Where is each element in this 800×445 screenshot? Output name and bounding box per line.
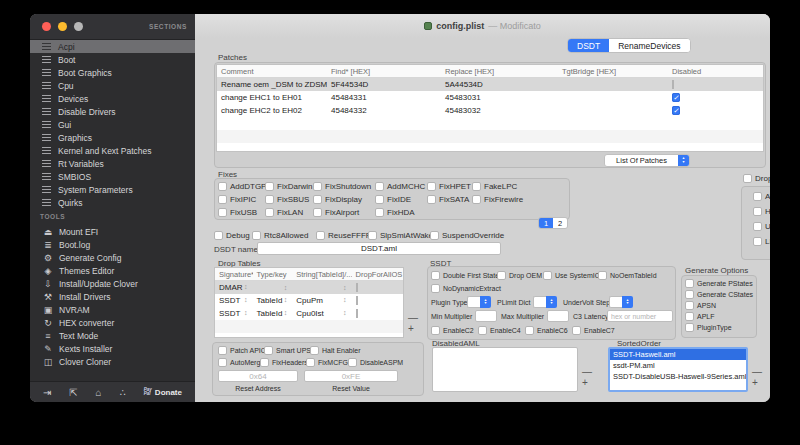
- fix-fixsbus-checkbox[interactable]: FixSBUS: [265, 195, 313, 204]
- disabled-checkbox[interactable]: [672, 80, 674, 89]
- dsdt-name-input[interactable]: [257, 242, 501, 255]
- add-drop-table-button[interactable]: +: [408, 325, 418, 333]
- halt-enabler-checkbox[interactable]: Halt Enabler: [310, 346, 360, 355]
- drop-hdmi-checkbox[interactable]: HDMI: [753, 207, 770, 216]
- nooemtableid-checkbox[interactable]: NoOemTableId: [598, 271, 658, 280]
- disabled-checkbox[interactable]: [672, 93, 680, 102]
- donate-button[interactable]: PayPal Donate: [144, 388, 182, 397]
- remove-sorted-order-button[interactable]: —: [752, 368, 762, 376]
- debug-checkbox[interactable]: Debug: [214, 231, 252, 240]
- sidebar-item-cpu[interactable]: Cpu: [30, 79, 195, 92]
- fix-fixipic-checkbox[interactable]: FixIPIC: [218, 195, 265, 204]
- tool-text-mode[interactable]: ≡Text Mode: [30, 329, 195, 342]
- drop-oem-checkbox[interactable]: Drop OEM: [497, 271, 543, 280]
- fix-fixdisplay-checkbox[interactable]: FixDisplay: [313, 195, 375, 204]
- fix-fixshutdown-checkbox[interactable]: FixShutdown: [313, 182, 375, 191]
- fix-fixide-checkbox[interactable]: FixIDE: [375, 195, 427, 204]
- fix-fixairport-checkbox[interactable]: FixAirport: [313, 208, 375, 217]
- reuseffff-checkbox[interactable]: ReuseFFFF: [316, 231, 368, 240]
- export-icon[interactable]: ⇱: [69, 387, 77, 398]
- drop-usb-checkbox[interactable]: USB: [753, 222, 770, 231]
- tool-mount-efi[interactable]: ⏏Mount EFI: [30, 225, 195, 238]
- undervolt-step-dropdown[interactable]: ▲▼: [609, 296, 633, 308]
- fix-fixhda-checkbox[interactable]: FixHDA: [375, 208, 427, 217]
- reset-address-input[interactable]: [218, 370, 298, 382]
- plugin-type-dropdown[interactable]: ▲▼: [467, 296, 491, 308]
- dropforallos-checkbox[interactable]: [356, 296, 358, 305]
- dropforallos-checkbox[interactable]: [356, 283, 358, 292]
- add-sorted-order-button[interactable]: +: [752, 379, 762, 387]
- tool-install-update-clover[interactable]: ⇩Install/Update Clover: [30, 277, 195, 290]
- fix-fixfirewire-checkbox[interactable]: FixFirewire: [472, 195, 532, 204]
- zoom-button[interactable]: [74, 22, 83, 31]
- tool-kexts-installer[interactable]: ✎Kexts Installer: [30, 342, 195, 355]
- fix-fakelpc-checkbox[interactable]: FakeLPC: [472, 182, 532, 191]
- sorted-order-item[interactable]: SSDT-Haswell.aml: [610, 349, 746, 360]
- automerge-checkbox[interactable]: AutoMerge: [218, 358, 260, 367]
- drop-table-row[interactable]: DMAR↕ ↕ ↕: [215, 281, 403, 294]
- tool-hex-converter[interactable]: ↻HEX converter: [30, 316, 195, 329]
- sidebar-item-boot-graphics[interactable]: Boot Graphics: [30, 66, 195, 79]
- plugintype-checkbox[interactable]: PluginType: [685, 323, 732, 332]
- patch-row[interactable]: change EHC2 to EH02 45484332 45483032: [217, 104, 763, 117]
- sidebar-item-kernel-kext-patches[interactable]: Kernel and Kext Patches: [30, 144, 195, 157]
- sidebar-item-acpi[interactable]: Acpi: [30, 40, 195, 53]
- fix-adddtgp-checkbox[interactable]: AddDTGP: [218, 182, 265, 191]
- sorted-order-item[interactable]: SSDT-DisableUSB-Haswell-9Series.aml: [610, 371, 746, 382]
- sidebar-item-boot[interactable]: Boot: [30, 53, 195, 66]
- fix-fixusb-checkbox[interactable]: FixUSB: [218, 208, 265, 217]
- c3-latency-input[interactable]: [607, 310, 673, 322]
- fix-fixlan-checkbox[interactable]: FixLAN: [265, 208, 313, 217]
- tool-install-drivers[interactable]: ⚒Install Drivers: [30, 290, 195, 303]
- suspendoverride-checkbox[interactable]: SuspendOverride: [430, 231, 510, 240]
- disableaspm-checkbox[interactable]: DisableASPM: [348, 358, 402, 367]
- rtc8allowed-checkbox[interactable]: Rtc8Allowed: [252, 231, 316, 240]
- enablec6-checkbox[interactable]: EnableC6: [525, 326, 572, 335]
- apsn-checkbox[interactable]: APSN: [685, 301, 716, 310]
- patch-apic-checkbox[interactable]: Patch APIC: [218, 346, 264, 355]
- minimize-button[interactable]: [58, 22, 67, 31]
- pager-page-2[interactable]: 2: [553, 218, 567, 228]
- plimit-dict-dropdown[interactable]: ▲▼: [533, 296, 557, 308]
- enablec4-checkbox[interactable]: EnableC4: [478, 326, 525, 335]
- tool-nvram[interactable]: ▣NVRAM: [30, 303, 195, 316]
- fix-addmchc-checkbox[interactable]: AddMCHC: [375, 182, 427, 191]
- sidebar-item-disable-drivers[interactable]: Disable Drivers: [30, 105, 195, 118]
- drop-oem-dsm-checkbox[interactable]: Drop OEM _DSM: [743, 174, 770, 183]
- drop-ati-checkbox[interactable]: ATI: [753, 192, 770, 201]
- max-multiplier-input[interactable]: [547, 310, 569, 322]
- patch-row[interactable]: Rename oem _DSM to ZDSM 5F44534D 5A44534…: [217, 78, 763, 91]
- home-icon[interactable]: ⌂: [96, 387, 102, 398]
- double-first-state-checkbox[interactable]: Double First State: [431, 271, 497, 280]
- generate-cstates-checkbox[interactable]: Generate CStates: [685, 290, 753, 299]
- add-disabled-aml-button[interactable]: +: [582, 379, 592, 387]
- tool-themes-editor[interactable]: ◈Themes Editor: [30, 264, 195, 277]
- generate-pstates-checkbox[interactable]: Generate PStates: [685, 279, 753, 288]
- sidebar-item-gui[interactable]: Gui: [30, 118, 195, 131]
- min-multiplier-input[interactable]: [475, 310, 497, 322]
- sidebar-item-devices[interactable]: Devices: [30, 92, 195, 105]
- reset-value-input[interactable]: [304, 370, 398, 382]
- use-systemio-checkbox[interactable]: Use SystemIO: [543, 271, 598, 280]
- disabled-checkbox[interactable]: [672, 106, 680, 115]
- slpsmiatwake-checkbox[interactable]: SlpSmiAtWake: [368, 231, 430, 240]
- fixheaders-checkbox[interactable]: FixHeaders: [260, 358, 306, 367]
- drop-table-row[interactable]: SSDT↕ TableId↕ CpuPm↕: [215, 294, 403, 307]
- share-icon[interactable]: ∴: [120, 387, 126, 398]
- tool-generate-config[interactable]: ⚙Generate Config: [30, 251, 195, 264]
- fix-fixdarwin-checkbox[interactable]: FixDarwin: [265, 182, 313, 191]
- nodynamicextract-checkbox[interactable]: NoDynamicExtract: [431, 284, 501, 293]
- tab-renamedevices[interactable]: RenameDevices: [609, 39, 689, 52]
- enablec2-checkbox[interactable]: EnableC2: [431, 326, 478, 335]
- sidebar-item-quirks[interactable]: Quirks: [30, 196, 195, 209]
- pager-page-1[interactable]: 1: [539, 218, 553, 228]
- fixmcfg-checkbox[interactable]: FixMCFG: [306, 358, 348, 367]
- smart-ups-checkbox[interactable]: Smart UPS: [264, 346, 310, 355]
- aplf-checkbox[interactable]: APLF: [685, 312, 715, 321]
- tool-clover-cloner[interactable]: ◫Clover Cloner: [30, 355, 195, 368]
- sorted-order-item[interactable]: ssdt-PM.aml: [610, 360, 746, 371]
- disabled-aml-list[interactable]: [432, 347, 578, 392]
- enablec7-checkbox[interactable]: EnableC7: [572, 326, 619, 335]
- patch-row[interactable]: change EHC1 to EH01 45484331 45483031: [217, 91, 763, 104]
- import-icon[interactable]: ⇥: [43, 387, 51, 398]
